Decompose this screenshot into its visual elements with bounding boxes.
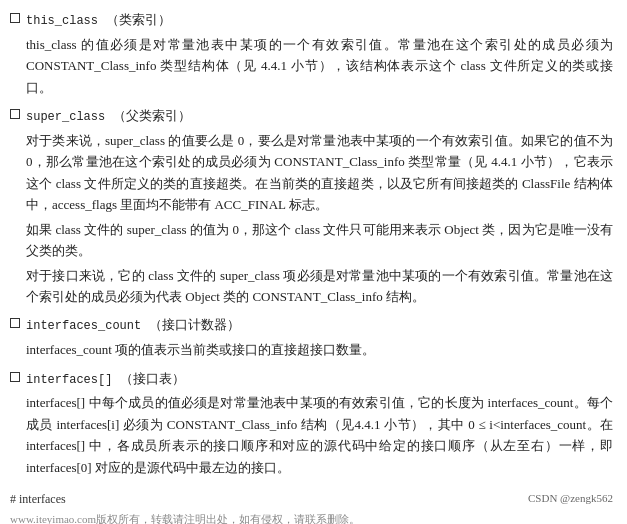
- bottom-bar: # interfaces CSDN @zengk562: [10, 486, 613, 509]
- section-super-class: super_class （父类索引） 对于类来说，super_class 的值要…: [10, 106, 613, 307]
- section-interfaces-count-body: interfaces_count 项的值表示当前类或接口的直接超接口数量。: [10, 339, 613, 360]
- bullet-super-class: [10, 109, 20, 119]
- section-interfaces-count: interfaces_count （接口计数器） interfaces_coun…: [10, 315, 613, 360]
- document-content: this_class （类索引） this_class 的值必须是对常量池表中某…: [10, 10, 613, 524]
- section-interfaces-header: interfaces[] （接口表）: [10, 369, 613, 391]
- bullet-interfaces-count: [10, 318, 20, 328]
- super-class-para-0: 对于类来说，super_class 的值要么是 0，要么是对常量池表中某项的一个…: [26, 130, 613, 216]
- interfaces-count-para-0: interfaces_count 项的值表示当前类或接口的直接超接口数量。: [26, 339, 613, 360]
- bullet-interfaces: [10, 372, 20, 382]
- section-this-class-header: this_class （类索引）: [10, 10, 613, 32]
- section-interfaces-count-title: interfaces_count （接口计数器）: [26, 315, 240, 337]
- this-class-para-0: this_class 的值必须是对常量池表中某项的一个有效索引值。常量池在这个索…: [26, 34, 613, 98]
- super-class-para-1: 如果 class 文件的 super_class 的值为 0，那这个 class…: [26, 219, 613, 262]
- section-this-class-body: this_class 的值必须是对常量池表中某项的一个有效索引值。常量池在这个索…: [10, 34, 613, 98]
- super-class-para-2: 对于接口来说，它的 class 文件的 super_class 项必须是对常量池…: [26, 265, 613, 308]
- section-this-class-title: this_class （类索引）: [26, 10, 171, 32]
- interfaces-para-0: interfaces[] 中每个成员的值必须是对常量池表中某项的有效索引值，它的…: [26, 392, 613, 478]
- section-super-class-title: super_class （父类索引）: [26, 106, 191, 128]
- watermark-left: www.iteyimao.com版权所有，转载请注明出处，如有侵权，请联系删除。: [10, 511, 613, 524]
- section-this-class: this_class （类索引） this_class 的值必须是对常量池表中某…: [10, 10, 613, 98]
- section-interfaces: interfaces[] （接口表） interfaces[] 中每个成员的值必…: [10, 369, 613, 479]
- section-interfaces-count-header: interfaces_count （接口计数器）: [10, 315, 613, 337]
- bullet-this-class: [10, 13, 20, 23]
- section-super-class-body: 对于类来说，super_class 的值要么是 0，要么是对常量池表中某项的一个…: [10, 130, 613, 308]
- section-interfaces-title: interfaces[] （接口表）: [26, 369, 185, 391]
- section-super-class-header: super_class （父类索引）: [10, 106, 613, 128]
- section-interfaces-body: interfaces[] 中每个成员的值必须是对常量池表中某项的有效索引值，它的…: [10, 392, 613, 478]
- interfaces-count-stat: # interfaces: [10, 490, 66, 509]
- csdn-watermark: CSDN @zengk562: [528, 490, 613, 509]
